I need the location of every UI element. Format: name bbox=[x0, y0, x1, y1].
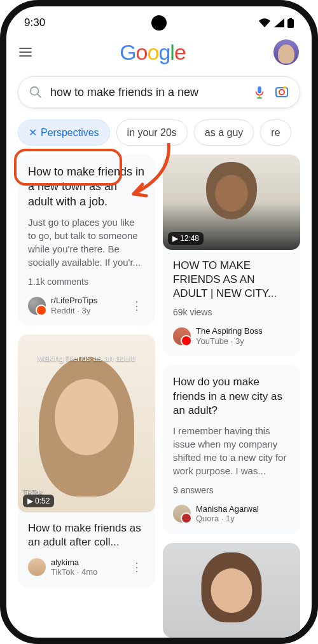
chip-label: Perspectives bbox=[41, 127, 99, 139]
close-icon[interactable]: ✕ bbox=[29, 127, 37, 139]
wifi-icon bbox=[258, 18, 271, 28]
result-card-partial[interactable] bbox=[163, 543, 300, 638]
quora-avatar-icon bbox=[173, 505, 191, 523]
card-body: Just go to places you like to go, but ta… bbox=[28, 216, 145, 269]
source-name: The Aspiring Boss bbox=[196, 326, 290, 336]
youtube-avatar-icon bbox=[173, 327, 191, 345]
card-body: I remember having this issue when my com… bbox=[173, 424, 290, 477]
google-logo[interactable]: Google bbox=[120, 40, 186, 65]
duration-badge: ▶ 12:48 bbox=[168, 232, 204, 245]
card-meta: 9 answers bbox=[173, 485, 290, 495]
chip-perspectives[interactable]: ✕ Perspectives bbox=[18, 120, 110, 146]
card-title: How do you make friends in a new city as… bbox=[173, 375, 290, 417]
card-title: HOW TO MAKE FRIENDS AS AN ADULT | NEW CI… bbox=[173, 259, 290, 301]
source-sub: TikTok · 4mo bbox=[51, 567, 123, 577]
card-title: How to make friends as an adult after co… bbox=[28, 521, 145, 549]
card-footer: The Aspiring Boss YouTube · 3y bbox=[173, 326, 290, 346]
result-card-quora[interactable]: How do you make friends in a new city as… bbox=[163, 365, 300, 533]
video-thumbnail[interactable] bbox=[163, 543, 300, 638]
card-footer: r/LifeProTips Reddit · 3y ⋮ bbox=[28, 296, 145, 315]
filter-chips-row[interactable]: ✕ Perspectives in your 20s as a guy re bbox=[6, 114, 312, 154]
search-icon bbox=[29, 85, 43, 99]
result-card-youtube[interactable]: ▶ 12:48 HOW TO MAKE FRIENDS AS AN ADULT … bbox=[163, 154, 300, 356]
phone-frame: 9:30 Google how to make friends in a new… bbox=[0, 0, 318, 644]
more-options-button[interactable]: ⋮ bbox=[128, 560, 145, 574]
video-thumbnail[interactable]: Making friends as an adult! TikTok ▶ 0:5… bbox=[18, 334, 155, 512]
svg-rect-0 bbox=[287, 19, 294, 28]
card-meta: 69k views bbox=[173, 307, 290, 317]
svg-rect-9 bbox=[284, 86, 286, 88]
chip-label: re bbox=[271, 127, 280, 139]
source-sub: YouTube · 3y bbox=[196, 336, 290, 346]
svg-point-2 bbox=[31, 87, 39, 95]
card-title: How to make friends in a new town as an … bbox=[28, 165, 145, 209]
menu-button[interactable] bbox=[19, 48, 32, 57]
duration-badge: ▶ 0:52 bbox=[23, 495, 54, 507]
result-card-tiktok[interactable]: Making friends as an adult! TikTok ▶ 0:5… bbox=[18, 334, 155, 587]
card-footer: Manisha Agarwal Quora · 1y bbox=[173, 504, 290, 524]
profile-avatar[interactable] bbox=[273, 39, 299, 65]
app-header: Google bbox=[6, 34, 312, 70]
result-card-reddit[interactable]: How to make friends in a new town as an … bbox=[18, 154, 155, 325]
camera-notch bbox=[151, 15, 167, 31]
chip-as-a-guy[interactable]: as a guy bbox=[194, 120, 254, 146]
results-col-right: ▶ 12:48 HOW TO MAKE FRIENDS AS AN ADULT … bbox=[163, 154, 300, 638]
reddit-avatar-icon bbox=[28, 297, 46, 315]
status-time: 9:30 bbox=[24, 17, 45, 29]
results-grid[interactable]: How to make friends in a new town as an … bbox=[6, 154, 312, 638]
chip-label: in your 20s bbox=[127, 127, 177, 139]
chip-in-your-20s[interactable]: in your 20s bbox=[116, 120, 188, 146]
source-name: alykima bbox=[51, 558, 123, 568]
tiktok-avatar-icon bbox=[28, 558, 46, 576]
mic-icon[interactable] bbox=[252, 85, 266, 99]
svg-rect-1 bbox=[289, 18, 292, 19]
results-col-left: How to make friends in a new town as an … bbox=[18, 154, 155, 638]
chip-partial[interactable]: re bbox=[260, 120, 291, 146]
thumb-caption: Making friends as an adult! bbox=[18, 353, 155, 363]
lens-icon[interactable] bbox=[274, 85, 289, 100]
source-sub: Reddit · 3y bbox=[51, 306, 123, 316]
chip-label: as a guy bbox=[205, 127, 243, 139]
svg-point-8 bbox=[279, 90, 284, 95]
battery-icon bbox=[287, 18, 294, 28]
svg-line-3 bbox=[38, 94, 41, 98]
card-meta: 1.1k comments bbox=[28, 277, 145, 287]
source-name: Manisha Agarwal bbox=[196, 504, 290, 514]
search-input[interactable]: how to make friends in a new bbox=[50, 86, 245, 99]
card-footer: alykima TikTok · 4mo ⋮ bbox=[28, 558, 145, 577]
svg-rect-4 bbox=[258, 86, 261, 93]
signal-icon bbox=[273, 18, 285, 28]
source-name: r/LifeProTips bbox=[51, 296, 123, 306]
video-thumbnail[interactable]: ▶ 12:48 bbox=[163, 154, 300, 250]
source-sub: Quora · 1y bbox=[196, 514, 290, 524]
search-bar[interactable]: how to make friends in a new bbox=[18, 76, 300, 108]
more-options-button[interactable]: ⋮ bbox=[128, 299, 145, 313]
